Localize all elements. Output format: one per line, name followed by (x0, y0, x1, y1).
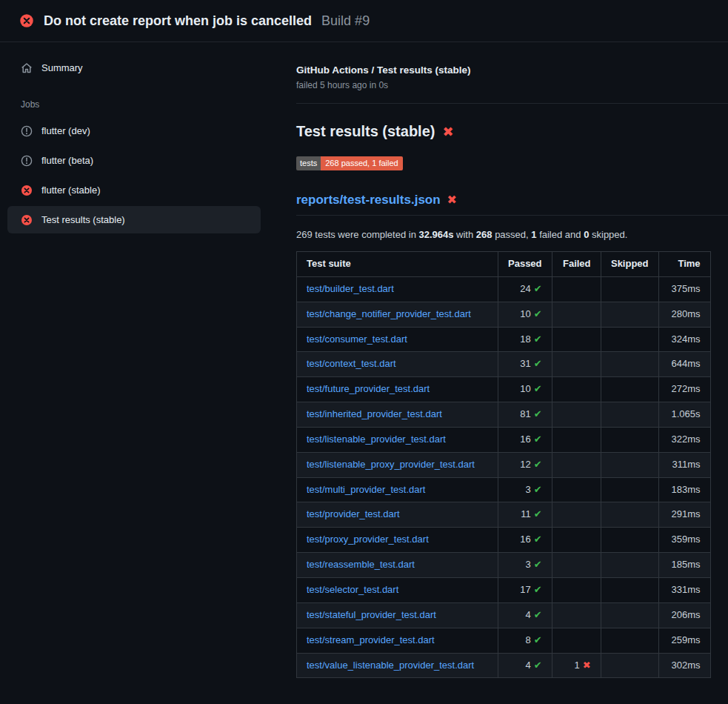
suite-link[interactable]: test/proxy_provider_test.dart (307, 534, 429, 545)
sidebar-item-flutter-stable[interactable]: flutter (stable) (7, 176, 261, 204)
summary-line: 269 tests were completed in 32.964s with… (296, 229, 728, 240)
skipped-cell (601, 528, 658, 553)
table-row: test/context_test.dart 31✔ 644ms (297, 352, 711, 377)
check-icon: ✔ (534, 559, 542, 570)
sidebar-item-summary[interactable]: Summary (7, 54, 261, 82)
table-row: test/consumer_test.dart 18✔ 324ms (297, 327, 711, 352)
suite-link[interactable]: test/consumer_test.dart (307, 333, 407, 345)
time-cell: 331ms (658, 577, 710, 602)
failed-cell (552, 602, 601, 628)
passed-cell: 11✔ (498, 502, 552, 528)
passed-cell: 17✔ (498, 577, 552, 602)
failed-x-icon: ✖ (442, 125, 453, 139)
skipped-cell (601, 427, 658, 452)
suite-link[interactable]: test/stateful_provider_test.dart (307, 609, 436, 620)
suite-link[interactable]: test/multi_provider_test.dart (307, 484, 425, 495)
check-icon: ✔ (534, 508, 542, 519)
failed-cell (552, 553, 601, 578)
sidebar-item-test-results-stable[interactable]: Test results (stable) (7, 206, 261, 233)
time-cell: 259ms (658, 628, 710, 653)
suite-link[interactable]: test/reassemble_test.dart (307, 559, 415, 570)
suite-link[interactable]: test/future_provider_test.dart (307, 383, 430, 394)
failed-status-icon (21, 214, 33, 226)
suite-link[interactable]: test/selector_test.dart (307, 584, 398, 595)
time-cell: 302ms (658, 653, 710, 678)
failed-cell (552, 477, 601, 502)
column-header-time: Time (658, 252, 710, 277)
time-cell: 183ms (658, 477, 710, 502)
table-row: test/listenable_proxy_provider_test.dart… (297, 452, 711, 477)
suite-link[interactable]: test/inherited_provider_test.dart (307, 408, 442, 419)
passed-cell: 18✔ (498, 327, 552, 352)
suite-link[interactable]: test/listenable_proxy_provider_test.dart (307, 459, 475, 470)
failed-cell (552, 577, 601, 602)
check-icon: ✔ (534, 534, 542, 545)
time-cell: 644ms (658, 352, 710, 377)
skipped-cell (601, 602, 658, 628)
main-content: GitHub Actions / Test results (stable) f… (296, 42, 728, 678)
suite-link[interactable]: test/stream_provider_test.dart (307, 634, 435, 645)
summary-text: 269 tests were completed in (296, 229, 418, 240)
time-cell: 280ms (658, 302, 710, 327)
table-row: test/reassemble_test.dart 3✔ 185ms (297, 553, 711, 578)
table-row: test/multi_provider_test.dart 3✔ 183ms (297, 477, 711, 502)
suite-link[interactable]: test/value_listenable_provider_test.dart (307, 660, 474, 671)
check-icon: ✔ (534, 459, 542, 470)
table-row: test/stream_provider_test.dart 8✔ 259ms (297, 628, 711, 653)
check-icon: ✔ (534, 434, 542, 445)
header-divider (296, 103, 728, 104)
sidebar-item-flutter-dev[interactable]: flutter (dev) (7, 117, 261, 145)
badge-label: tests (296, 156, 321, 170)
skipped-cell (601, 628, 658, 653)
job-label: flutter (stable) (41, 185, 100, 196)
suite-link[interactable]: test/provider_test.dart (307, 508, 400, 519)
check-icon: ✔ (534, 383, 542, 394)
run-status: failed 5 hours ago in 0s (296, 80, 728, 90)
failed-cell (552, 427, 601, 452)
passed-cell: 10✔ (498, 377, 552, 402)
time-cell: 311ms (658, 452, 710, 477)
check-icon: ✔ (534, 308, 542, 319)
job-label: Test results (stable) (41, 214, 125, 225)
failed-cell (552, 377, 601, 402)
summary-text: skipped. (589, 229, 627, 240)
passed-cell: 4✔ (498, 653, 552, 678)
table-row: test/proxy_provider_test.dart 16✔ 359ms (297, 528, 711, 553)
suite-link[interactable]: test/change_notifier_provider_test.dart (307, 308, 471, 319)
tests-badge: tests 268 passed, 1 failed (296, 156, 403, 170)
summary-text: with (453, 229, 475, 240)
suite-link[interactable]: test/context_test.dart (307, 358, 396, 369)
sidebar: Summary Jobs flutter (dev) (0, 42, 296, 236)
skipped-cell (601, 653, 658, 678)
cancelled-status-icon (21, 155, 33, 167)
failed-status-icon (21, 185, 33, 196)
failed-cell (552, 302, 601, 327)
failed-cell (552, 528, 601, 553)
check-icon: ✔ (534, 484, 542, 495)
sidebar-item-flutter-beta[interactable]: flutter (beta) (7, 147, 261, 174)
passed-cell: 4✔ (498, 602, 552, 628)
failed-cell: 1✖ (552, 653, 601, 678)
failed-cell (552, 276, 601, 302)
column-header-skipped: Skipped (601, 252, 658, 277)
skipped-cell (601, 577, 658, 602)
skipped-cell (601, 402, 658, 428)
failed-x-icon: ✖ (447, 194, 457, 206)
column-header-test-suite: Test suite (297, 252, 498, 277)
breadcrumb: GitHub Actions / Test results (stable) (296, 64, 728, 76)
suite-link[interactable]: test/builder_test.dart (307, 283, 394, 294)
report-heading-row: reports/test-results.json ✖ (296, 193, 728, 216)
cross-icon: ✖ (583, 660, 591, 671)
passed-cell: 24✔ (498, 276, 552, 302)
check-icon: ✔ (534, 283, 542, 294)
report-link[interactable]: reports/test-results.json (296, 193, 441, 207)
time-cell: 1.065s (658, 402, 710, 428)
passed-cell: 10✔ (498, 302, 552, 327)
table-row: test/stateful_provider_test.dart 4✔ 206m… (297, 602, 711, 628)
suite-link[interactable]: test/listenable_provider_test.dart (307, 434, 446, 445)
results-table: Test suite Passed Failed Skipped Time te… (296, 251, 711, 678)
table-row: test/change_notifier_provider_test.dart … (297, 302, 711, 327)
time-cell: 322ms (658, 427, 710, 452)
failed-cell (552, 327, 601, 352)
time-cell: 324ms (658, 327, 710, 352)
